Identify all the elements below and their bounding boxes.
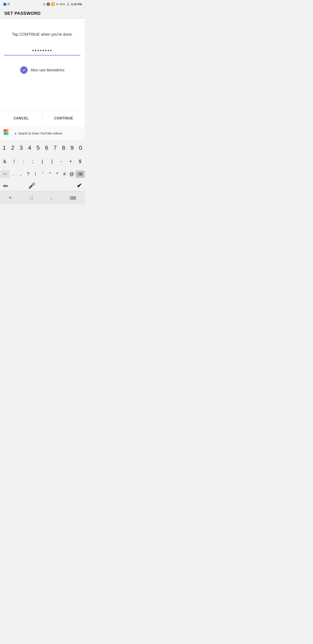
key-exclaim[interactable]: ! [32,168,39,180]
key-8[interactable]: 8 [59,142,68,154]
key-minus[interactable]: - [56,156,66,167]
main-content: Tap CONTINUE when you're done. Also use … [0,19,85,110]
period-key[interactable]: . [55,183,57,189]
key-slash[interactable]: / [9,156,19,167]
key-colon[interactable]: : [19,156,28,167]
extra-icon: 殿 [7,2,10,6]
battery-icon: 🔋 [66,2,70,6]
key-asterisk[interactable]: * [54,168,61,180]
keyboard-container: « Search & share YouTube videos! 1 2 3 4… [0,126,85,191]
key-2[interactable]: 2 [8,142,17,154]
battery-percent: 62% [59,2,65,6]
mute-icon: 🔇 [46,2,50,6]
key-3[interactable]: 3 [17,142,25,154]
key-at[interactable]: @ [68,168,76,180]
instruction-text: Tap CONTINUE when you're done. [12,32,73,37]
symbol-row-2: =\< . , ? ! ' " * # @ ⌫ [0,168,85,180]
biometrics-label: Also use biometrics [31,68,64,72]
yt-banner-text: Search & share YouTube videos! [18,132,62,135]
biometrics-checkbox[interactable] [20,66,28,74]
abc-key[interactable]: abc [3,184,8,188]
status-bar: 🔵 殿 N 🔇 📶 ✈ 62% 🔋 4:10 PM [0,0,85,8]
wifi-icon: 📶 [51,2,55,6]
key-5[interactable]: 5 [34,142,42,154]
action-buttons: CANCEL CONTINUE [0,110,85,126]
key-9[interactable]: 9 [68,142,76,154]
key-open-paren[interactable]: ( [38,156,47,167]
keyboard-bottom-row: abc 🎤 . ✔ [0,180,85,191]
header: SET PASSWORD [0,8,85,19]
sim-icon: 🔵 [3,2,6,6]
key-comma[interactable]: , [17,168,24,180]
back-nav-button[interactable]: ⬑ [5,194,16,202]
nfc-icon: N [43,2,45,6]
yt-chevron-icon: « [14,131,16,136]
key-6[interactable]: 6 [42,142,51,154]
key-plus[interactable]: + [66,156,75,167]
done-key[interactable]: ✔ [77,182,82,189]
keyboard-nav-button[interactable]: ⌨ [66,194,79,202]
key-apos[interactable]: ' [39,168,46,180]
number-row: 1 2 3 4 5 6 7 8 9 0 [0,140,85,155]
key-0[interactable]: 0 [76,142,85,154]
key-period[interactable]: . [10,168,17,180]
symbol-row-1: & / : ; ( ) - + $ [0,155,85,168]
yt-logo-icon [3,128,12,138]
key-ampersand[interactable]: & [0,156,9,167]
key-close-paren[interactable]: ) [47,156,56,167]
yt-banner[interactable]: « Search & share YouTube videos! [0,126,85,140]
continue-button[interactable]: CONTINUE [43,110,85,126]
airplane-icon: ✈ [56,2,58,6]
key-1[interactable]: 1 [0,142,8,154]
home-nav-button[interactable]: □ [26,194,36,202]
microphone-key[interactable]: 🎤 [28,182,35,189]
biometrics-row: Also use biometrics [20,66,64,74]
key-hash[interactable]: # [61,168,68,180]
key-dollar[interactable]: $ [75,156,85,167]
key-7[interactable]: 7 [51,142,59,154]
status-right-icons: N 🔇 📶 ✈ 62% 🔋 4:10 PM [43,2,82,6]
time-display: 4:10 PM [71,2,82,6]
page-title: SET PASSWORD [4,11,80,16]
key-quote[interactable]: " [46,168,54,180]
backspace-key[interactable]: ⌫ [75,170,85,178]
status-left-icons: 🔵 殿 [3,2,10,6]
password-field-container [4,46,80,56]
password-input[interactable] [4,46,80,56]
cancel-button[interactable]: CANCEL [0,110,43,126]
key-question[interactable]: ? [24,168,32,180]
nav-bar: ⬑ □ ↓ ⌨ [0,191,85,204]
key-semicolon[interactable]: ; [28,156,38,167]
key-4[interactable]: 4 [25,142,34,154]
sym-key[interactable]: =\< [0,170,9,178]
recent-nav-button[interactable]: ↓ [47,194,56,202]
